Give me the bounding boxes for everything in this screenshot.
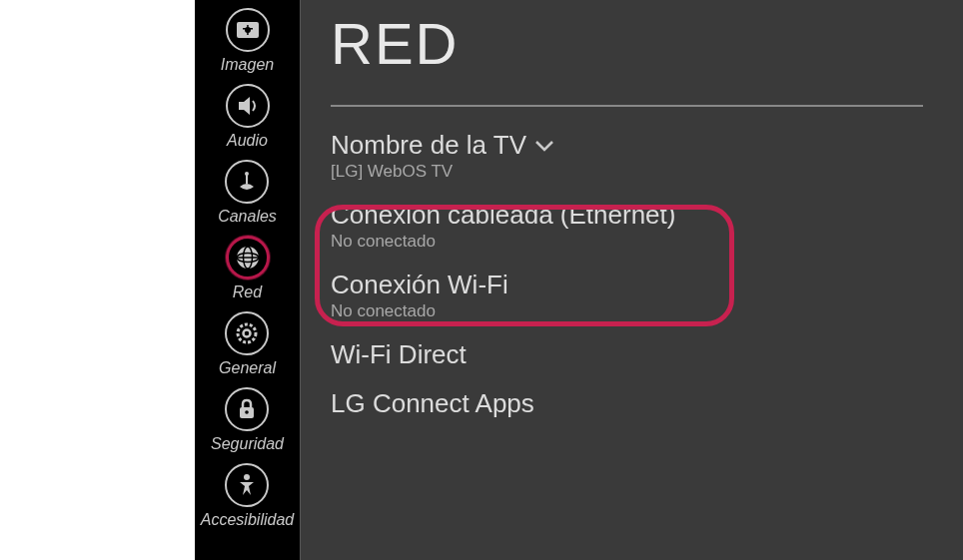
settings-sidebar: Imagen Audio Canales (195, 0, 300, 560)
option-title: Wi-Fi Direct (331, 339, 923, 370)
sidebar-item-label: Red (233, 283, 262, 301)
option-title: Nombre de la TV (331, 130, 526, 161)
sidebar-item-label: Imagen (221, 56, 274, 74)
sidebar-item-label: Accesibilidad (201, 511, 294, 529)
picture-icon (226, 8, 270, 52)
settings-main: RED Nombre de la TV [LG] WebOS TV Conexi… (300, 0, 963, 560)
option-tv-name[interactable]: Nombre de la TV [LG] WebOS TV (331, 127, 923, 185)
svg-point-10 (238, 324, 256, 342)
svg-point-11 (244, 330, 251, 337)
page-title: RED (331, 10, 923, 77)
sidebar-item-imagen[interactable]: Imagen (221, 8, 274, 74)
sidebar-item-red[interactable]: Red (226, 236, 270, 301)
accessibility-icon (225, 463, 269, 507)
svg-point-14 (244, 474, 250, 480)
gear-icon (225, 311, 269, 355)
option-ethernet[interactable]: Conexión cableada (Ethernet) No conectad… (331, 197, 923, 255)
svg-rect-3 (247, 25, 249, 35)
lock-icon (225, 387, 269, 431)
svg-point-5 (245, 172, 249, 176)
divider (331, 105, 923, 107)
option-lg-connect[interactable]: LG Connect Apps (331, 385, 923, 422)
sidebar-item-label: Audio (227, 132, 268, 150)
option-title: Conexión cableada (Ethernet) (331, 200, 923, 231)
sidebar-item-seguridad[interactable]: Seguridad (211, 387, 284, 453)
sidebar-item-accesibilidad[interactable]: Accesibilidad (201, 463, 294, 529)
option-subtitle: No conectado (331, 232, 923, 252)
option-subtitle: [LG] WebOS TV (331, 162, 923, 182)
speaker-icon (226, 84, 270, 128)
sidebar-item-general[interactable]: General (219, 311, 276, 377)
satellite-icon (225, 160, 269, 204)
network-icon (226, 236, 270, 280)
sidebar-item-label: Canales (218, 208, 277, 226)
option-title: Conexión Wi-Fi (331, 270, 923, 300)
chevron-down-icon (534, 139, 554, 153)
sidebar-item-label: Seguridad (211, 435, 284, 453)
option-wifi[interactable]: Conexión Wi-Fi No conectado (331, 267, 923, 324)
sidebar-item-label: General (219, 359, 276, 377)
svg-point-13 (246, 410, 250, 414)
sidebar-item-canales[interactable]: Canales (218, 160, 277, 226)
option-wifi-direct[interactable]: Wi-Fi Direct (331, 336, 923, 373)
page-gutter (0, 0, 195, 560)
option-subtitle: No conectado (331, 301, 923, 321)
option-title: LG Connect Apps (331, 388, 923, 419)
sidebar-item-audio[interactable]: Audio (226, 84, 270, 150)
